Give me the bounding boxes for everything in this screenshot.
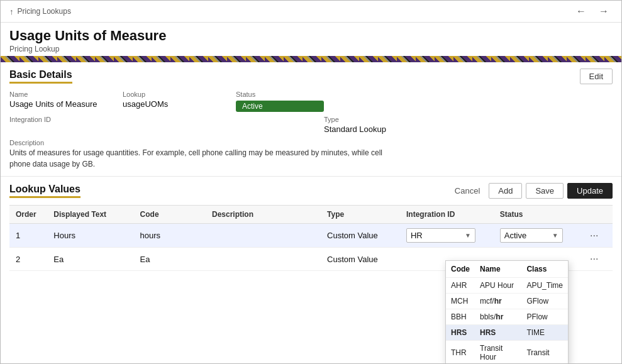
nav-arrows: ← →: [572, 4, 613, 18]
update-button[interactable]: Update: [567, 183, 613, 199]
row2-actions-button[interactable]: ···: [586, 252, 602, 266]
lookup-table-wrap: Order Displayed Text Code Description Ty…: [9, 205, 613, 271]
lookup-value: usageUOMs: [123, 99, 211, 109]
lookup-action-buttons: Cancel Add Save Update: [450, 183, 613, 199]
dropdown-item-code: HRS: [446, 325, 475, 341]
integration-id-field: Integration ID: [9, 116, 97, 124]
app-frame: ↑ Pricing Lookups ← → Usage Units of Mea…: [0, 0, 622, 364]
name-label: Name: [9, 91, 97, 98]
dropdown-item-class: APU_Time: [521, 278, 568, 294]
dropdown-item-name: Transit Hour: [475, 341, 521, 364]
row2-actions: ···: [580, 248, 613, 271]
table-row: 1 Hours hours Custom Value HR ▼: [9, 224, 613, 248]
th-order: Order: [9, 206, 47, 224]
row1-integration-id: HR ▼: [400, 224, 494, 248]
status-select[interactable]: Active ▼: [500, 228, 563, 243]
integration-id-select-value: HR: [411, 231, 423, 240]
row2-order: 2: [9, 248, 47, 271]
breadcrumb-area: ↑ Pricing Lookups: [9, 7, 71, 16]
lookup-values-header: Lookup Values Cancel Add Save Update: [9, 183, 613, 199]
th-type: Type: [321, 206, 400, 224]
page-header: Usage Units of Measure Pricing Lookup: [1, 23, 621, 56]
type-field: Type Standard Lookup: [324, 116, 412, 134]
dropdown-item-code: BBH: [446, 309, 475, 325]
description-value: Units of measures for usage quantities. …: [9, 147, 399, 170]
table-header-row: Order Displayed Text Code Description Ty…: [9, 206, 613, 224]
dropdown-item-class: GFlow: [521, 294, 568, 309]
dropdown-item-class: Transit: [521, 341, 568, 364]
main-content: Basic Details Edit Name Usage Units of M…: [1, 62, 621, 363]
type-label: Type: [324, 116, 412, 123]
row1-actions: ···: [580, 224, 613, 248]
th-displayed-text: Displayed Text: [47, 206, 133, 224]
row2-description: [206, 248, 321, 271]
basic-details-title: Basic Details: [9, 69, 72, 84]
th-description: Description: [206, 206, 321, 224]
dropdown-item-name: HRS: [475, 325, 521, 341]
row2-displayed-text: Ea: [47, 248, 133, 271]
up-arrow-icon[interactable]: ↑: [9, 7, 14, 16]
th-status: Status: [494, 206, 580, 224]
row1-status: Active ▼: [494, 224, 580, 248]
list-item[interactable]: HRS HRS TIME: [446, 325, 568, 341]
dropdown-header-row: Code Name Class: [446, 261, 568, 278]
lookup-field: Lookup usageUOMs: [123, 91, 211, 109]
edit-button[interactable]: Edit: [580, 69, 613, 84]
status-select-arrow: ▼: [552, 232, 558, 239]
name-field: Name Usage Units of Measure: [9, 91, 97, 109]
status-select-value: Active: [504, 231, 526, 240]
row1-description: [206, 224, 321, 248]
dropdown-item-class: PFlow: [521, 309, 568, 325]
basic-fields-row1: Name Usage Units of Measure Lookup usage…: [9, 91, 613, 112]
page-subtitle: Pricing Lookup: [9, 45, 613, 53]
list-item[interactable]: AHR APU Hour APU_Time: [446, 278, 568, 294]
row1-displayed-text: Hours: [47, 224, 133, 248]
name-value: Usage Units of Measure: [9, 99, 97, 109]
dropdown-item-name: bbls/hr: [475, 309, 521, 325]
dropdown-item-code: MCH: [446, 294, 475, 309]
list-item[interactable]: MCH mcf/hr GFlow: [446, 294, 568, 309]
back-arrow-icon[interactable]: ←: [572, 4, 590, 18]
dropdown-th-class: Class: [521, 261, 568, 278]
dropdown-table: Code Name Class AHR APU Hour APU_Time: [446, 261, 568, 363]
lookup-label: Lookup: [123, 91, 211, 98]
dropdown-item-code: THR: [446, 341, 475, 364]
list-item[interactable]: BBH bbls/hr PFlow: [446, 309, 568, 325]
status-field: Status Active: [236, 91, 324, 112]
basic-fields-row2: Integration ID Type Standard Lookup: [9, 116, 613, 134]
th-actions: [580, 206, 613, 224]
basic-details-header: Basic Details Edit: [9, 69, 613, 84]
list-item[interactable]: THR Transit Hour Transit: [446, 341, 568, 364]
forward-arrow-icon[interactable]: →: [595, 4, 613, 18]
basic-details-section: Basic Details Edit Name Usage Units of M…: [1, 62, 621, 177]
lookup-values-title: Lookup Values: [9, 184, 81, 198]
type-value: Standard Lookup: [324, 124, 412, 134]
top-nav: ↑ Pricing Lookups ← →: [1, 1, 621, 23]
cancel-button[interactable]: Cancel: [450, 184, 485, 198]
status-badge: Active: [236, 101, 324, 112]
dropdown-item-code: AHR: [446, 278, 475, 294]
save-button[interactable]: Save: [526, 183, 564, 199]
breadcrumb[interactable]: Pricing Lookups: [18, 7, 71, 16]
row2-type: Custom Value: [321, 248, 400, 271]
decorative-banner: [1, 56, 621, 62]
page-title: Usage Units of Measure: [9, 28, 613, 44]
dropdown-th-name: Name: [475, 261, 521, 278]
row2-code: Ea: [134, 248, 206, 271]
integration-id-select-arrow: ▼: [465, 232, 471, 239]
add-button[interactable]: Add: [489, 183, 522, 199]
dropdown-th-code: Code: [446, 261, 475, 278]
row1-order: 1: [9, 224, 47, 248]
dropdown-item-name: APU Hour: [475, 278, 521, 294]
integration-id-dropdown: Code Name Class AHR APU Hour APU_Time: [445, 260, 569, 363]
dropdown-item-class: TIME: [521, 325, 568, 341]
lookup-values-section: Lookup Values Cancel Add Save Update Ord…: [1, 177, 621, 277]
row1-actions-button[interactable]: ···: [586, 229, 602, 243]
row1-code: hours: [134, 224, 206, 248]
description-label: Description: [9, 139, 44, 146]
dropdown-item-name: mcf/hr: [475, 294, 521, 309]
row1-type: Custom Value: [321, 224, 400, 248]
description-field: Description Units of measures for usage …: [9, 138, 613, 170]
status-label: Status: [236, 91, 324, 98]
integration-id-select[interactable]: HR ▼: [406, 228, 475, 243]
